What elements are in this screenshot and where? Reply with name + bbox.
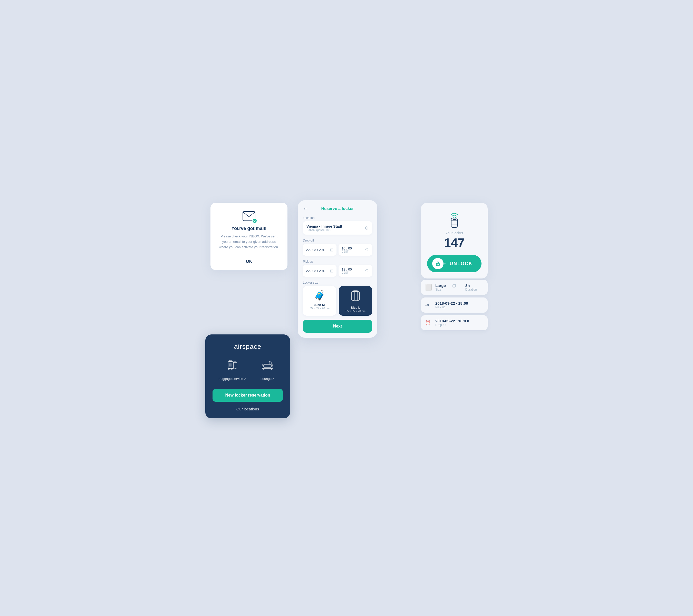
svg-rect-8 bbox=[233, 362, 237, 368]
modal-title: You've got mail! bbox=[218, 226, 280, 231]
brand-name: airspace bbox=[213, 343, 283, 351]
size-m-dims: 55 x 35 x 70 cm bbox=[305, 307, 334, 310]
info-cards: ⬜ Large Size ⏱ 8h Duration ⇥ 2018-03-22 … bbox=[421, 280, 488, 330]
size-l-icon bbox=[341, 290, 370, 304]
pickup-time: 18 : 00 bbox=[342, 267, 352, 271]
size-sub: Size bbox=[435, 288, 446, 291]
size-label: Locker size bbox=[303, 281, 372, 284]
ok-button[interactable]: OK bbox=[218, 259, 280, 264]
svg-point-25 bbox=[357, 300, 359, 301]
pickup-time-wrap: 18 : 00 CEST bbox=[342, 267, 352, 274]
clock-icon: ⏱ bbox=[365, 247, 369, 252]
size-m-icon: 🧳 bbox=[305, 290, 334, 301]
modal-divider bbox=[218, 255, 280, 255]
size-m-card[interactable]: 🧳 Size M 55 x 35 x 70 cm bbox=[303, 286, 336, 316]
size-row: 🧳 Size M 55 x 35 x 70 cm bbox=[303, 286, 372, 316]
dropoff-time: 10 : 00 bbox=[342, 246, 352, 250]
location-label: Location bbox=[303, 216, 372, 220]
dropoff-date-box[interactable]: 22 / 03 / 2018 ⊞ bbox=[303, 244, 336, 256]
location-address: Habsburgasse 182. bbox=[306, 228, 342, 232]
dropoff-date-label: 2018-03-22 · 10:0 0 bbox=[435, 319, 469, 323]
lock-icon bbox=[432, 258, 443, 269]
size-l-dims: 55 x 95 x 70 cm bbox=[341, 310, 370, 313]
email-modal: You've got mail! Please check your INBOX… bbox=[211, 203, 288, 270]
back-button[interactable]: ← bbox=[303, 206, 308, 212]
duration-title: 8h bbox=[466, 283, 477, 288]
calendar-icon: ⊞ bbox=[330, 247, 333, 252]
svg-rect-23 bbox=[353, 291, 358, 292]
pickup-date: 22 / 03 / 2018 bbox=[306, 269, 326, 273]
luggage-label: Luggage service > bbox=[219, 377, 246, 381]
lounge-label: Lounge > bbox=[260, 377, 275, 381]
luggage-service-item[interactable]: Luggage service > bbox=[219, 359, 246, 381]
locations-link[interactable]: Our locations bbox=[213, 407, 283, 411]
dropoff-time-box[interactable]: 10 : 00 CEST ⏱ bbox=[339, 244, 372, 256]
airspace-card: airspace Luggage service > bbox=[205, 334, 290, 418]
unlock-arrows-icon: » bbox=[443, 261, 446, 266]
pickup-card: ⇥ 2018-03-22 · 18:00 Pick up bbox=[421, 297, 488, 313]
services-row: Luggage service > Lounge > bbox=[213, 359, 283, 381]
svg-rect-2 bbox=[230, 360, 232, 362]
phone-wifi-icon bbox=[427, 210, 481, 229]
pickup-time-box[interactable]: 18 : 00 CEST ⏱ bbox=[339, 265, 372, 277]
size-duration-card: ⬜ Large Size ⏱ 8h Duration bbox=[421, 280, 488, 295]
location-text: Vienna • Innere Stadt Habsburgasse 182. bbox=[306, 224, 342, 232]
pickup-sub: Pick up bbox=[435, 305, 468, 309]
size-l-card[interactable]: Size L 55 x 95 x 70 cm bbox=[339, 286, 372, 316]
svg-rect-18 bbox=[351, 292, 360, 300]
modal-body: Please check your INBOX. We've sent you … bbox=[218, 234, 280, 250]
dropoff-sub: Drop off bbox=[435, 323, 469, 327]
duration-item: ⏱ bbox=[452, 283, 459, 291]
dropoff-tz: CEST bbox=[342, 250, 352, 253]
svg-rect-12 bbox=[263, 364, 272, 367]
lounge-icon bbox=[258, 359, 277, 374]
pickup-date-label: 2018-03-22 · 18:00 bbox=[435, 301, 468, 305]
locker-label: Your locker bbox=[427, 231, 481, 235]
location-pin-icon: ⊙ bbox=[365, 225, 369, 231]
dropoff-date: 22 / 03 / 2018 bbox=[306, 248, 326, 252]
reserve-title: Reserve a locker bbox=[321, 206, 354, 211]
size-title: Large bbox=[435, 283, 446, 288]
size-item: Large Size bbox=[435, 283, 446, 291]
clock-icon-2: ⏱ bbox=[365, 269, 369, 273]
calendar-icon-2: ⊞ bbox=[330, 269, 333, 273]
unlock-button[interactable]: » UNLOCK bbox=[427, 255, 481, 272]
dropoff-clock-icon: ⏰ bbox=[425, 320, 432, 326]
location-city: Vienna • Innere Stadt bbox=[306, 224, 342, 228]
dropoff-card: ⏰ 2018-03-22 · 10:0 0 Drop off bbox=[421, 315, 488, 330]
svg-point-31 bbox=[438, 264, 438, 265]
pickup-date-box[interactable]: 22 / 03 / 2018 ⊞ bbox=[303, 265, 336, 277]
dropoff-time-wrap: 10 : 00 CEST bbox=[342, 246, 352, 253]
check-badge-icon bbox=[252, 218, 257, 223]
duration-val-item: 8h Duration bbox=[466, 283, 477, 291]
clock-info-icon: ⏱ bbox=[452, 283, 459, 289]
locker-number: 147 bbox=[427, 236, 481, 250]
pickup-info: 2018-03-22 · 18:00 Pick up bbox=[435, 301, 468, 309]
unlock-label: UNLOCK bbox=[446, 261, 476, 266]
dropoff-info: 2018-03-22 · 10:0 0 Drop off bbox=[435, 319, 469, 327]
luggage-icon bbox=[223, 359, 241, 374]
resize-icon: ⬜ bbox=[425, 284, 432, 291]
reserve-screen: ← Reserve a locker Location Vienna • Inn… bbox=[298, 200, 377, 338]
mail-icon-wrap bbox=[242, 211, 256, 222]
duration-sub: Duration bbox=[466, 288, 477, 291]
location-box[interactable]: Vienna • Innere Stadt Habsburgasse 182. … bbox=[303, 221, 372, 235]
locker-unlock-card: Your locker 147 » UNLOCK bbox=[421, 203, 488, 278]
size-m-name: Size M bbox=[305, 303, 334, 307]
lounge-service-item[interactable]: Lounge > bbox=[258, 359, 277, 381]
dropoff-label: Drop-off bbox=[303, 239, 372, 242]
pickup-tz: CEST bbox=[342, 271, 352, 274]
svg-point-24 bbox=[352, 300, 354, 301]
next-button[interactable]: Next bbox=[303, 320, 372, 333]
reserve-header: ← Reserve a locker bbox=[303, 206, 372, 211]
size-duration-pair: Large Size ⏱ 8h Duration bbox=[435, 283, 483, 291]
dropoff-datetime-row: 22 / 03 / 2018 ⊞ 10 : 00 CEST ⏱ bbox=[303, 244, 372, 256]
new-reservation-button[interactable]: New locker reservation bbox=[213, 389, 283, 402]
size-l-name: Size L bbox=[341, 306, 370, 310]
pickup-arrow-icon: ⇥ bbox=[425, 302, 432, 308]
svg-rect-29 bbox=[453, 219, 456, 220]
pickup-datetime-row: 22 / 03 / 2018 ⊞ 18 : 00 CEST ⏱ bbox=[303, 265, 372, 277]
pickup-label: Pick up bbox=[303, 260, 372, 263]
